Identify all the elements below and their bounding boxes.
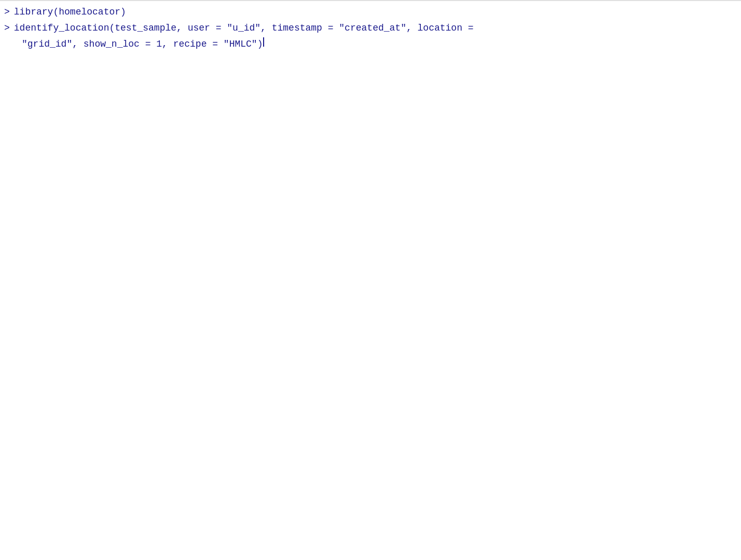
prompt-1: >: [4, 5, 10, 19]
code-line-1[interactable]: library(homelocator): [14, 5, 126, 19]
code-line-2-part1[interactable]: identify_location(test_sample, user = "u…: [14, 21, 474, 35]
console-line-2: > identify_location(test_sample, user = …: [0, 20, 741, 36]
console-line-2-continuation: "grid_id", show_n_loc = 1, recipe = "HML…: [0, 36, 741, 52]
prompt-2: >: [4, 21, 10, 35]
console-container: > library(homelocator) > identify_locati…: [0, 0, 741, 560]
console-line-1: > library(homelocator): [0, 4, 741, 20]
top-border: [0, 0, 741, 1]
text-cursor: [263, 37, 264, 47]
code-line-2-part2[interactable]: "grid_id", show_n_loc = 1, recipe = "HML…: [22, 37, 263, 51]
